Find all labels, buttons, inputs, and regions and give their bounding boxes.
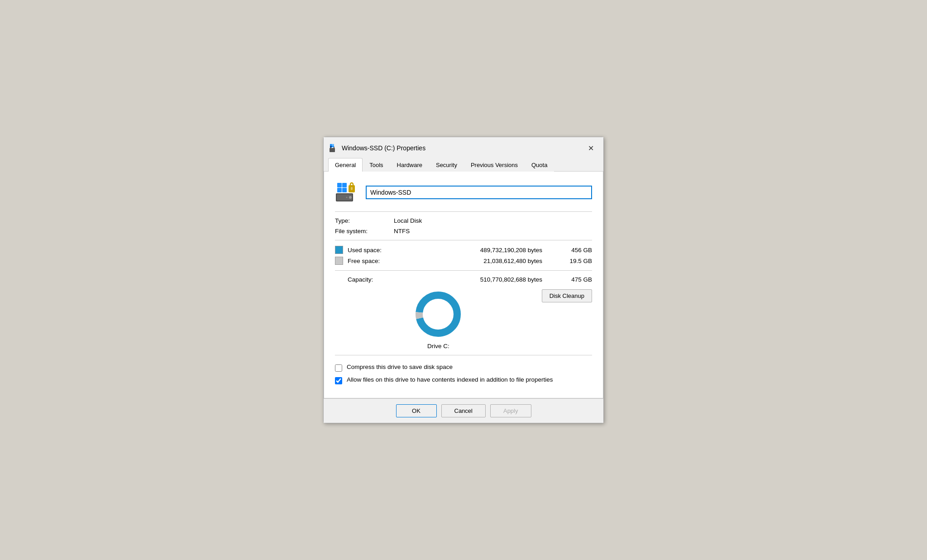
divider-3 bbox=[335, 270, 592, 271]
tab-general[interactable]: General bbox=[328, 158, 363, 172]
donut-chart: Drive C: bbox=[413, 289, 463, 349]
svg-point-8 bbox=[346, 197, 348, 198]
svg-rect-11 bbox=[337, 188, 342, 192]
used-space-row: Used space: 489,732,190,208 bytes 456 GB bbox=[335, 246, 592, 254]
compress-checkbox-row: Compress this drive to save disk space bbox=[335, 364, 592, 372]
index-label: Allow files on this drive to have conten… bbox=[347, 376, 553, 383]
tab-security[interactable]: Security bbox=[429, 158, 464, 172]
used-space-gb: 456 GB bbox=[560, 247, 592, 254]
divider-2 bbox=[335, 240, 592, 240]
cancel-button[interactable]: Cancel bbox=[441, 404, 486, 417]
free-space-gb: 19.5 GB bbox=[560, 258, 592, 264]
space-section: Used space: 489,732,190,208 bytes 456 GB… bbox=[335, 246, 592, 265]
drive-header bbox=[335, 181, 592, 204]
svg-point-18 bbox=[425, 301, 452, 328]
properties-window: Windows-SSD (C:) Properties ✕ General To… bbox=[323, 137, 604, 423]
drive-name-input[interactable] bbox=[366, 186, 592, 199]
free-color-box bbox=[335, 257, 343, 265]
type-value: Local Disk bbox=[394, 217, 592, 224]
svg-rect-12 bbox=[342, 188, 347, 192]
index-checkbox-row: Allow files on this drive to have conten… bbox=[335, 376, 592, 384]
free-space-label: Free space: bbox=[348, 258, 393, 264]
close-button[interactable]: ✕ bbox=[584, 142, 597, 154]
capacity-gb: 475 GB bbox=[560, 276, 592, 283]
svg-rect-10 bbox=[342, 183, 347, 187]
used-space-label: Used space: bbox=[348, 247, 393, 254]
filesystem-label: File system: bbox=[335, 228, 394, 235]
index-checkbox[interactable] bbox=[335, 377, 342, 384]
divider-4 bbox=[335, 355, 592, 355]
chart-section: Drive C: Disk Cleanup bbox=[335, 289, 592, 349]
free-space-bytes: 21,038,612,480 bytes bbox=[397, 258, 556, 264]
capacity-row: Capacity: 510,770,802,688 bytes 475 GB bbox=[335, 276, 592, 283]
capacity-bytes: 510,770,802,688 bytes bbox=[393, 276, 556, 283]
window-icon bbox=[329, 144, 338, 153]
divider-1 bbox=[335, 211, 592, 212]
filesystem-value: NTFS bbox=[394, 228, 592, 235]
svg-rect-3 bbox=[330, 146, 332, 148]
type-label: Type: bbox=[335, 217, 394, 224]
used-color-box bbox=[335, 246, 343, 254]
free-space-row: Free space: 21,038,612,480 bytes 19.5 GB bbox=[335, 257, 592, 265]
apply-button[interactable]: Apply bbox=[490, 404, 531, 417]
compress-label: Compress this drive to save disk space bbox=[347, 364, 453, 370]
compress-checkbox[interactable] bbox=[335, 364, 342, 372]
tab-previous-versions[interactable]: Previous Versions bbox=[464, 158, 525, 172]
info-grid: Type: Local Disk File system: NTFS bbox=[335, 217, 592, 235]
drive-label: Drive C: bbox=[427, 343, 449, 349]
used-space-bytes: 489,732,190,208 bytes bbox=[397, 247, 556, 254]
tab-content: Type: Local Disk File system: NTFS Used … bbox=[324, 172, 603, 398]
svg-rect-15 bbox=[351, 187, 353, 190]
drive-icon bbox=[335, 181, 358, 204]
title-bar: Windows-SSD (C:) Properties ✕ bbox=[324, 137, 603, 158]
checkboxes-section: Compress this drive to save disk space A… bbox=[335, 364, 592, 384]
tab-quota[interactable]: Quota bbox=[525, 158, 554, 172]
svg-rect-14 bbox=[350, 183, 353, 187]
footer: OK Cancel Apply bbox=[324, 398, 603, 423]
window-title: Windows-SSD (C:) Properties bbox=[342, 144, 425, 152]
svg-point-7 bbox=[349, 196, 352, 199]
tab-bar: General Tools Hardware Security Previous… bbox=[324, 158, 603, 172]
disk-cleanup-button[interactable]: Disk Cleanup bbox=[542, 289, 592, 302]
svg-rect-9 bbox=[337, 183, 342, 187]
capacity-label: Capacity: bbox=[348, 276, 388, 283]
tab-tools[interactable]: Tools bbox=[363, 158, 390, 172]
ok-button[interactable]: OK bbox=[396, 404, 437, 417]
tab-hardware[interactable]: Hardware bbox=[390, 158, 429, 172]
svg-rect-4 bbox=[332, 144, 334, 146]
